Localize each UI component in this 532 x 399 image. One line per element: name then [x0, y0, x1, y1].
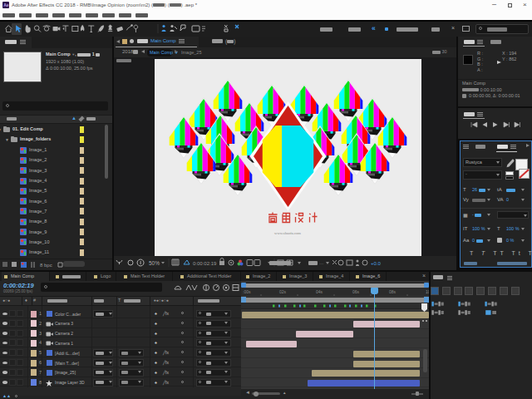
svg-text:www.shaofa.com: www.shaofa.com — [274, 231, 301, 235]
svg-text:04s: 04s — [316, 289, 323, 294]
svg-text:50%: 50% — [149, 260, 160, 266]
svg-text:+0.0: +0.0 — [371, 261, 382, 266]
svg-text:06s: 06s — [352, 289, 360, 294]
svg-text::00s: :00s — [243, 289, 251, 294]
svg-text:08s: 08s — [389, 289, 397, 294]
svg-text:02s: 02s — [279, 289, 287, 294]
svg-text:8 bpc: 8 bpc — [40, 263, 52, 268]
svg-text:10s: 10s — [426, 289, 429, 294]
svg-text:0:00:02:19: 0:00:02:19 — [193, 261, 217, 266]
